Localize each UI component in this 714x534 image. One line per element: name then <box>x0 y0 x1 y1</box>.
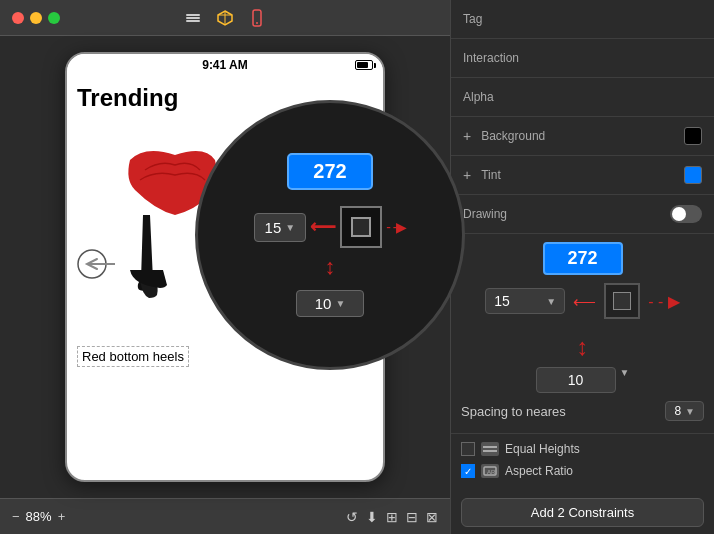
magnifier-select-15[interactable]: 15 ▼ <box>254 213 307 242</box>
zoom-value: 88% <box>26 509 52 524</box>
magnifier-overlay: 272 15 ▼ ⟵ - -▶ ↕ 10 ▼ <box>195 100 465 370</box>
tag-row: Tag <box>463 6 702 32</box>
phone-toolbar-icon[interactable] <box>246 7 268 29</box>
magnifier-select-15-value: 15 <box>265 219 282 236</box>
background-section: + Background <box>451 117 714 156</box>
bottom-toolbar: − 88% + ↺ ⬇ ⊞ ⊟ ⊠ <box>0 498 450 534</box>
magnifier-value-10-chevron: ▼ <box>335 298 345 309</box>
add-constraints-button[interactable]: Add 2 Constraints <box>461 498 704 527</box>
select-15-chevron: ▼ <box>546 296 556 307</box>
left-arrow-icon[interactable] <box>77 249 117 285</box>
zoom-minus-button[interactable]: − <box>12 509 20 524</box>
aspect-ratio-icon: AR <box>481 464 499 478</box>
battery-icon <box>355 60 373 70</box>
svg-rect-7 <box>483 446 497 448</box>
constraint-box-inner <box>613 292 631 310</box>
magnifier-select-15-chevron: ▼ <box>285 222 295 233</box>
zoom-controls: − 88% + <box>12 509 65 524</box>
arrow-right-icon: - - ▶ <box>648 292 680 311</box>
status-time: 9:41 AM <box>202 58 248 72</box>
tint-color-swatch[interactable] <box>684 166 702 184</box>
alpha-section: Alpha <box>451 78 714 117</box>
svg-text:AR: AR <box>487 469 496 475</box>
spacing-dropdown[interactable]: 8 ▼ <box>665 401 704 421</box>
svg-rect-8 <box>483 450 497 452</box>
spacing-row: Spacing to neares 8 ▼ <box>461 401 704 421</box>
svg-rect-2 <box>186 20 200 22</box>
value-10-input[interactable]: 10 <box>536 367 616 393</box>
equal-heights-checkbox[interactable] <box>461 442 475 456</box>
drawing-section: Drawing <box>451 195 714 234</box>
background-label: Background <box>481 129 545 143</box>
alpha-label: Alpha <box>463 90 494 104</box>
constraint-value-input[interactable]: 272 <box>543 242 623 275</box>
drawing-toggle[interactable] <box>670 205 702 223</box>
tag-section: Tag <box>451 0 714 39</box>
spacing-chevron: ▼ <box>685 406 695 417</box>
tint-label: Tint <box>481 168 501 182</box>
toolbar <box>0 0 450 36</box>
constraint-box <box>604 283 640 319</box>
constraint-value-row: 10 ▼ <box>461 367 704 393</box>
drawing-label: Drawing <box>463 207 507 221</box>
magnifier-value-10-text: 10 <box>315 295 332 312</box>
close-button[interactable] <box>12 12 24 24</box>
interaction-row: Interaction <box>463 45 702 71</box>
magnifier-arrow-right: - -▶ <box>386 219 406 235</box>
equal-heights-row: Equal Heights <box>461 440 704 458</box>
layout-icon[interactable]: ⊟ <box>406 509 418 525</box>
battery-fill <box>357 62 368 68</box>
aspect-ratio-label: Aspect Ratio <box>505 464 573 478</box>
layers-icon[interactable] <box>182 7 204 29</box>
background-row: + Background <box>463 123 702 149</box>
drawing-row: Drawing <box>463 201 702 227</box>
equal-heights-icon <box>481 442 499 456</box>
minimize-button[interactable] <box>30 12 42 24</box>
refresh-icon[interactable]: ↺ <box>346 509 358 525</box>
constraint-diagram: 15 ▼ ⟵ - - ▶ <box>461 283 704 319</box>
tag-label: Tag <box>463 12 482 26</box>
caption-text: Red bottom heels <box>77 346 189 367</box>
zoom-plus-button[interactable]: + <box>58 509 66 524</box>
bottom-icons: ↺ ⬇ ⊞ ⊟ ⊠ <box>346 509 438 525</box>
svg-rect-0 <box>186 14 200 16</box>
background-plus-icon[interactable]: + <box>463 128 471 144</box>
grid-icon[interactable]: ⊞ <box>386 509 398 525</box>
aspect-ratio-checkbox[interactable]: ✓ <box>461 464 475 478</box>
equal-heights-label: Equal Heights <box>505 442 580 456</box>
aspect-ratio-row: ✓ AR Aspect Ratio <box>461 462 704 480</box>
download-icon[interactable]: ⬇ <box>366 509 378 525</box>
arrow-left-icon: ⟵ <box>573 292 596 311</box>
magnifier-value-input[interactable]: 272 <box>287 153 373 190</box>
alpha-row: Alpha <box>463 84 702 110</box>
magnifier-vertical-arrow: ↕ <box>325 254 336 280</box>
magnifier-value-10[interactable]: 10 ▼ <box>296 290 365 317</box>
window-controls <box>12 12 60 24</box>
magnifier-arrow-left: ⟵ <box>310 216 336 238</box>
status-bar: 9:41 AM <box>67 54 383 76</box>
constraint-checkboxes: Equal Heights ✓ AR Aspect Ratio <box>451 434 714 490</box>
constraint-edit-panel: 272 15 ▼ ⟵ - - ▶ ↕ 10 ▼ Spacing to neare… <box>451 234 714 434</box>
magnifier-constraint-box <box>340 206 382 248</box>
maximize-button[interactable] <box>48 12 60 24</box>
spacing-value: 8 <box>674 404 681 418</box>
svg-rect-1 <box>186 17 200 19</box>
svg-point-4 <box>256 22 258 24</box>
magnifier-inner-box <box>351 217 371 237</box>
tint-row: + Tint <box>463 162 702 188</box>
select-15-value: 15 <box>494 293 510 309</box>
toolbar-icons <box>182 7 268 29</box>
background-color-swatch[interactable] <box>684 127 702 145</box>
right-panel: Tag Interaction Alpha + Background + Tin… <box>450 0 714 534</box>
select-15[interactable]: 15 ▼ <box>485 288 565 314</box>
interaction-section: Interaction <box>451 39 714 78</box>
battery-indicator <box>355 60 373 70</box>
cube-icon[interactable] <box>214 7 236 29</box>
tint-section: + Tint <box>451 156 714 195</box>
vertical-arrow-icon: ↕ <box>577 333 589 361</box>
tint-plus-icon[interactable]: + <box>463 167 471 183</box>
value-input-row: 272 <box>461 242 704 275</box>
drawing-toggle-knob <box>672 207 686 221</box>
settings-icon[interactable]: ⊠ <box>426 509 438 525</box>
interaction-label: Interaction <box>463 51 519 65</box>
